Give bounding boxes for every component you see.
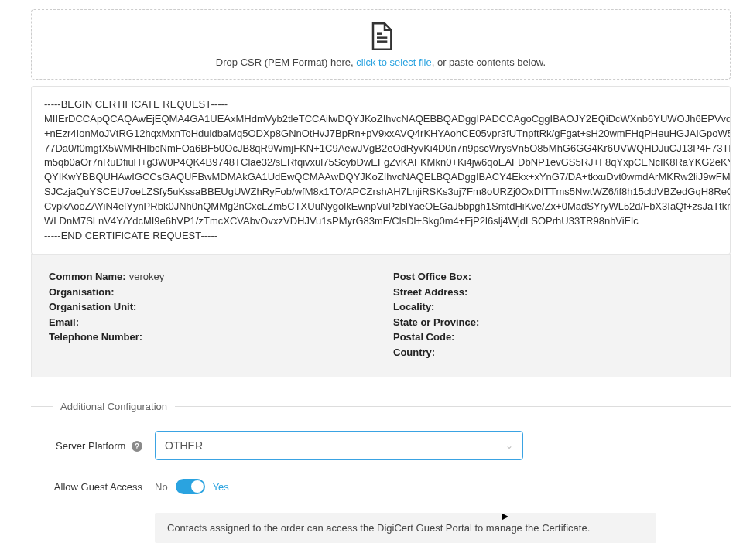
org-unit-label: Organisation Unit: <box>49 301 136 312</box>
drop-text-after: , or paste contents below. <box>432 56 546 68</box>
pobox-label: Post Office Box: <box>393 271 471 282</box>
dropzone-text: Drop CSR (PEM Format) here, click to sel… <box>32 56 730 68</box>
toggle-knob <box>191 480 204 493</box>
postal-label: Postal Code: <box>393 331 454 343</box>
country-label: Country: <box>393 347 435 358</box>
cert-info-panel: Common Name:verokey Organisation: Organi… <box>31 254 731 377</box>
section-header: Additional Configuration <box>31 401 731 412</box>
email-label: Email: <box>49 316 79 328</box>
section-title: Additional Configuration <box>60 401 167 412</box>
guest-access-toggle[interactable] <box>176 479 205 494</box>
street-label: Street Address: <box>393 286 467 298</box>
selected-option: OTHER <box>165 439 203 452</box>
locality-label: Locality: <box>393 301 434 312</box>
csr-line: SJCzjaQuYSCEU7oeLZSfy5uKssaBBEUgUWZhRyFo… <box>44 186 731 197</box>
csr-line: MIIErDCCApQCAQAwEjEQMA4GA1UEAxMHdmVyb2tl… <box>44 113 731 125</box>
csr-dropzone[interactable]: Drop CSR (PEM Format) here, click to sel… <box>31 9 731 80</box>
cn-label: Common Name: <box>49 271 126 282</box>
tel-label: Telephone Number: <box>49 331 142 343</box>
csr-line: CvpkAooZAYiN4elYynPRbk0JNh0nQMMg2nCxcLZm… <box>44 200 731 212</box>
csr-line: m5qb0aOr7nRuDfiuH+g3W0P4QK4B9748TClae32/… <box>44 156 731 168</box>
csr-line: QYIKwYBBQUHAwIGCCsGAQUFBwMDMAkGA1UdEwQCM… <box>44 171 731 183</box>
csr-line: WLDnM7SLnV4Y/YdcMI9e6hVP1/zTmcXCVAbvOvxz… <box>44 215 639 227</box>
csr-end: -----END CERTIFICATE REQUEST----- <box>44 230 217 241</box>
toggle-yes[interactable]: Yes <box>213 481 229 493</box>
guest-access-hint: Contacts assigned to the order can acces… <box>155 513 656 543</box>
org-label: Organisation: <box>49 286 115 298</box>
cn-value: verokey <box>129 271 165 282</box>
guest-access-label: Allow Guest Access <box>31 481 155 493</box>
csr-begin: -----BEGIN CERTIFICATE REQUEST----- <box>44 98 228 110</box>
server-platform-label: Server Platform ? <box>31 440 155 452</box>
csr-line: +nEzr4IonMoJVtRG12hqxMxnToHduldbaMq5ODXp… <box>44 128 731 139</box>
csr-textarea[interactable]: -----BEGIN CERTIFICATE REQUEST----- MIIE… <box>31 86 731 254</box>
chevron-down-icon: ⌄ <box>505 440 513 451</box>
cert-info-right: Post Office Box: Street Address: Localit… <box>393 269 713 360</box>
toggle-no[interactable]: No <box>155 481 168 493</box>
help-icon[interactable]: ? <box>132 441 142 452</box>
cert-info-left: Common Name:verokey Organisation: Organi… <box>49 269 368 360</box>
file-icon <box>365 21 396 52</box>
select-file-link[interactable]: click to select file <box>356 56 432 68</box>
state-label: State or Province: <box>393 316 479 328</box>
drop-text-before: Drop CSR (PEM Format) here, <box>216 56 356 68</box>
csr-line: 77Da0/f0mgfX5WMRHIbcNmFOa6BF50OcJB8qR9Wm… <box>44 142 731 154</box>
server-platform-select[interactable]: OTHER ⌄ <box>155 431 523 460</box>
